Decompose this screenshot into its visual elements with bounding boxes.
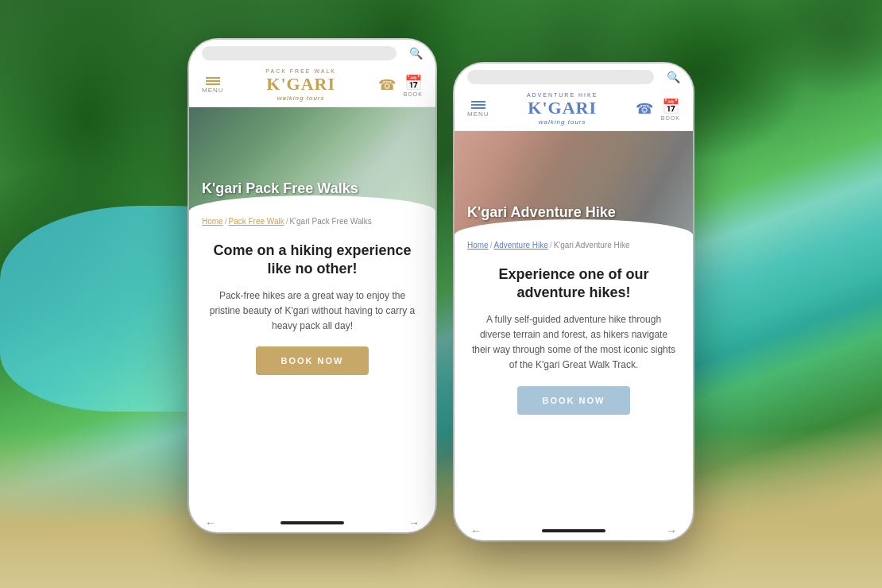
hamburger-icon-left-3 — [206, 83, 220, 85]
logo-sub-right: walking tours — [527, 118, 598, 126]
nav-right-left: ☎ 📅 BOOK — [378, 74, 423, 97]
hero-right: K'gari Adventure Hike — [455, 131, 693, 234]
nav-bar-right: MENU ADVENTURE HIKE K'GARI walking tours… — [455, 87, 693, 131]
menu-button-left[interactable]: MENU — [202, 77, 224, 94]
phone-icon-symbol-right: ☎ — [636, 100, 653, 118]
hamburger-icon-left-2 — [206, 80, 220, 82]
logo-main-right: K'GARI — [527, 98, 598, 118]
book-label-left: BOOK — [404, 91, 423, 97]
hamburger-icon-right — [471, 101, 485, 103]
hamburger-icon-right-2 — [471, 104, 485, 106]
book-icon-left[interactable]: 📅 BOOK — [404, 74, 423, 97]
search-icon-left[interactable]: 🔍 — [409, 47, 423, 60]
forward-arrow-left[interactable]: → — [408, 516, 420, 529]
content-body-right: A fully self-guided adventure hike throu… — [470, 312, 677, 373]
book-icon-right[interactable]: 📅 BOOK — [661, 98, 680, 121]
breadcrumb-current-right: K'gari Adventure Hike — [554, 241, 630, 250]
nav-right-right: ☎ 📅 BOOK — [636, 98, 680, 121]
status-bar-left: 🔍 — [189, 40, 435, 64]
logo-sub-left: walking tours — [265, 95, 336, 102]
breadcrumb-right: Home / Adventure Hike / K'gari Adventure… — [455, 234, 693, 256]
breadcrumb-left: Home / Pack Free Walk / K'gari Pack Free… — [189, 211, 435, 232]
logo-main-left: K'GARI — [265, 74, 336, 95]
breadcrumb-home-right[interactable]: Home — [467, 241, 489, 250]
content-right: Experience one of our adventure hikes! A… — [455, 256, 693, 521]
phone-left: 🔍 MENU PACK FREE WALK K'GARI walking tou… — [189, 40, 435, 532]
breadcrumb-section-right[interactable]: Adventure Hike — [493, 241, 547, 250]
calendar-icon-right: 📅 — [662, 98, 679, 115]
breadcrumb-sep1-right: / — [490, 241, 493, 250]
phones-container: 🔍 MENU PACK FREE WALK K'GARI walking tou… — [0, 0, 882, 588]
status-bar-right: 🔍 — [455, 64, 693, 87]
hamburger-icon-left — [206, 77, 220, 79]
logo-right: ADVENTURE HIKE K'GARI walking tours — [527, 92, 598, 126]
menu-label-left: MENU — [202, 87, 224, 94]
phone-right: 🔍 MENU ADVENTURE HIKE K'GARI walking tou… — [455, 64, 693, 540]
breadcrumb-sep2-left: / — [286, 217, 288, 226]
content-heading-right: Experience one of our adventure hikes! — [470, 265, 677, 303]
content-heading-left: Come on a hiking experience like no othe… — [205, 242, 420, 279]
home-indicator-right[interactable] — [542, 529, 605, 532]
breadcrumb-home-left[interactable]: Home — [202, 217, 223, 226]
breadcrumb-section-left[interactable]: Pack Free Walk — [228, 217, 284, 226]
menu-button-right[interactable]: MENU — [467, 101, 489, 118]
back-arrow-left[interactable]: ← — [205, 516, 216, 529]
calendar-icon-left: 📅 — [404, 74, 422, 91]
url-bar-right[interactable] — [467, 70, 654, 84]
breadcrumb-sep1-left: / — [225, 217, 227, 226]
book-label-right: BOOK — [661, 115, 680, 121]
phone-icon-right[interactable]: ☎ — [636, 100, 653, 118]
home-indicator-left[interactable] — [280, 521, 344, 524]
hero-left: K'gari Pack Free Walks — [189, 107, 435, 211]
url-bar-left[interactable] — [202, 46, 397, 60]
back-arrow-right[interactable]: ← — [470, 524, 482, 537]
book-now-button-right[interactable]: BOOK NOW — [517, 386, 631, 415]
phone-nav-left: ← → — [189, 513, 435, 532]
content-body-left: Pack-free hikes are a great way to enjoy… — [205, 288, 420, 335]
breadcrumb-current-left: K'gari Pack Free Walks — [289, 217, 371, 226]
phone-icon-left[interactable]: ☎ — [378, 76, 396, 94]
hamburger-icon-right-3 — [471, 107, 485, 109]
logo-left: PACK FREE WALK K'GARI walking tours — [265, 68, 336, 102]
logo-top-left: PACK FREE WALK — [265, 68, 336, 74]
book-now-button-left[interactable]: BOOK NOW — [256, 346, 369, 375]
logo-top-right: ADVENTURE HIKE — [527, 92, 598, 98]
nav-bar-left: MENU PACK FREE WALK K'GARI walking tours… — [189, 64, 435, 107]
content-left: Come on a hiking experience like no othe… — [189, 232, 435, 513]
search-icon-right[interactable]: 🔍 — [667, 71, 680, 83]
forward-arrow-right[interactable]: → — [666, 524, 677, 537]
menu-label-right: MENU — [467, 110, 489, 118]
phone-icon-symbol-left: ☎ — [378, 76, 396, 94]
breadcrumb-sep2-right: / — [550, 241, 552, 250]
phone-nav-right: ← → — [455, 521, 693, 540]
